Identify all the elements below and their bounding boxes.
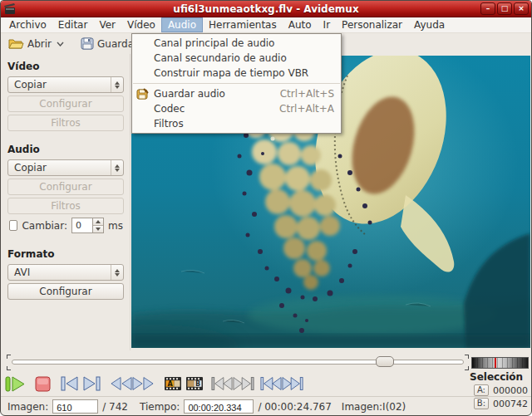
menu-video[interactable]: Vídeo bbox=[121, 17, 161, 32]
video-codec-value: Copiar bbox=[14, 79, 47, 91]
video-filters-button: Filtros bbox=[7, 115, 124, 131]
audio-codec-value: Copiar bbox=[14, 162, 47, 174]
menubar: Archivo Editar Ver Vídeo Audio Herramien… bbox=[1, 17, 531, 33]
marker-a-icon: A bbox=[164, 376, 182, 391]
first-frame-button[interactable] bbox=[260, 374, 282, 394]
shift-unit: ms bbox=[108, 220, 123, 232]
rewind-icon bbox=[111, 376, 132, 391]
svg-text:A: A bbox=[167, 380, 173, 388]
audio-codec-select[interactable]: Copiar bbox=[7, 159, 124, 176]
folder-icon bbox=[8, 37, 24, 50]
set-marker-b-button[interactable]: B bbox=[184, 374, 205, 394]
format-configure-button[interactable]: Configurar bbox=[7, 283, 124, 300]
time-total: / 00:00:24.767 bbox=[258, 401, 331, 413]
play-icon bbox=[5, 376, 26, 392]
menu-item-construir-mapa-vbr[interactable]: Construir mapa de tiempo VBR bbox=[132, 66, 341, 81]
menu-audio[interactable]: Audio bbox=[161, 17, 203, 32]
titlebar[interactable]: ufi6l3unmeaotkxg.flv - Avidemux – □ × bbox=[1, 1, 531, 17]
window-title: ufi6l3unmeaotkxg.flv - Avidemux bbox=[1, 3, 531, 15]
next-keyframe-button[interactable] bbox=[132, 374, 154, 394]
menu-ir[interactable]: Ir bbox=[318, 17, 336, 32]
shift-spinner[interactable]: 0 bbox=[71, 218, 104, 233]
menu-item-label: Codec bbox=[154, 101, 185, 116]
menu-item-filtros[interactable]: Filtros bbox=[132, 116, 341, 131]
meter-segments bbox=[472, 358, 528, 368]
open-label: Abrir bbox=[27, 38, 52, 50]
floppy-icon bbox=[81, 37, 94, 50]
video-section-title: Vídeo bbox=[7, 61, 123, 72]
set-marker-a-button[interactable]: A bbox=[162, 374, 184, 394]
audio-menu-popup: Canal principal de audio Canal secundari… bbox=[131, 33, 342, 134]
menu-item-codec[interactable]: Codec Ctrl+Alt+A bbox=[132, 101, 341, 116]
transport-controls: A B bbox=[4, 374, 303, 394]
shift-value[interactable]: 0 bbox=[72, 218, 92, 232]
menu-personalizar[interactable]: Personalizar bbox=[336, 17, 408, 32]
menu-item-guardar-audio[interactable]: Guardar audio Ctrl+Alt+S bbox=[132, 86, 341, 101]
timeline-slider-track[interactable] bbox=[12, 360, 464, 365]
menu-auto[interactable]: Auto bbox=[283, 17, 318, 32]
save-audio-icon bbox=[136, 88, 149, 100]
sidebar: Vídeo Copiar Configurar Filtros Audio Co… bbox=[1, 54, 131, 350]
shift-checkbox[interactable] bbox=[9, 220, 17, 231]
menu-ver[interactable]: Ver bbox=[93, 17, 121, 32]
selection-a-value: 000000 bbox=[493, 385, 528, 396]
time-label: Tiempo: bbox=[140, 401, 180, 413]
volume-meter[interactable] bbox=[471, 357, 529, 369]
menu-item-label: Canal principal de audio bbox=[154, 36, 274, 51]
go-to-end-icon bbox=[282, 376, 303, 391]
next-frame-icon bbox=[82, 376, 101, 391]
next-black-frame-icon bbox=[233, 376, 254, 391]
menu-item-shortcut: Ctrl+Alt+A bbox=[279, 101, 334, 116]
time-input[interactable] bbox=[184, 399, 254, 414]
combo-arrows-icon bbox=[111, 265, 123, 280]
format-select[interactable]: AVI bbox=[7, 264, 124, 281]
menu-item-canal-principal[interactable]: Canal principal de audio bbox=[132, 36, 341, 51]
next-frame-button[interactable] bbox=[81, 374, 102, 394]
previous-black-frame-icon bbox=[211, 376, 233, 391]
menu-editar[interactable]: Editar bbox=[52, 17, 94, 32]
selection-start-marker bbox=[7, 355, 11, 359]
video-configure-button: Configurar bbox=[7, 95, 124, 112]
chevron-down-icon bbox=[57, 42, 64, 46]
stop-button[interactable] bbox=[32, 374, 53, 394]
menu-ayuda[interactable]: Ayuda bbox=[408, 17, 451, 32]
previous-black-frame-button[interactable] bbox=[211, 374, 233, 394]
last-frame-button[interactable] bbox=[282, 374, 303, 394]
selection-start-marker bbox=[7, 366, 11, 370]
maximize-button[interactable]: □ bbox=[497, 2, 512, 15]
combo-arrows-icon bbox=[111, 77, 123, 92]
menu-item-canal-secundario[interactable]: Canal secundario de audio bbox=[132, 51, 341, 66]
combo-arrows-icon bbox=[111, 160, 123, 175]
menu-archivo[interactable]: Archivo bbox=[3, 17, 52, 32]
video-codec-select[interactable]: Copiar bbox=[7, 76, 124, 93]
minimize-button[interactable]: – bbox=[480, 2, 495, 15]
menu-item-label: Construir mapa de tiempo VBR bbox=[154, 66, 308, 81]
audio-filters-button: Filtros bbox=[7, 198, 124, 214]
go-to-start-icon bbox=[260, 376, 282, 391]
timeline-slider-handle[interactable] bbox=[376, 356, 394, 367]
selection-end-marker bbox=[465, 366, 469, 370]
close-button[interactable]: × bbox=[514, 2, 529, 15]
next-black-frame-button[interactable] bbox=[233, 374, 254, 394]
shift-label: Cambiar: bbox=[22, 220, 67, 232]
previous-frame-button[interactable] bbox=[59, 374, 81, 394]
play-button[interactable] bbox=[4, 374, 26, 394]
frame-input[interactable] bbox=[52, 399, 98, 414]
format-section-title: Formato bbox=[7, 248, 123, 260]
previous-keyframe-button[interactable] bbox=[111, 374, 132, 394]
menu-separator bbox=[133, 83, 340, 84]
selection-end-marker bbox=[465, 355, 469, 359]
stop-icon bbox=[35, 376, 51, 392]
audio-configure-button: Configurar bbox=[7, 179, 124, 195]
menu-item-label: Filtros bbox=[154, 116, 184, 131]
frame-type: Imagen:I(02) bbox=[342, 401, 406, 413]
svg-text:B: B bbox=[195, 380, 200, 388]
statusbar: Imagen: / 742 Tiempo: / 00:00:24.767 Ima… bbox=[1, 396, 531, 416]
open-button[interactable]: Abrir bbox=[5, 36, 67, 51]
avidemux-window: ufi6l3unmeaotkxg.flv - Avidemux – □ × Ar… bbox=[0, 0, 532, 416]
menu-item-label: Canal secundario de audio bbox=[154, 51, 287, 66]
format-value: AVI bbox=[14, 267, 30, 278]
menu-herramientas[interactable]: Herramientas bbox=[203, 17, 283, 32]
frame-label: Imagen: bbox=[7, 401, 48, 413]
spinner-arrows-icon[interactable] bbox=[92, 218, 103, 232]
